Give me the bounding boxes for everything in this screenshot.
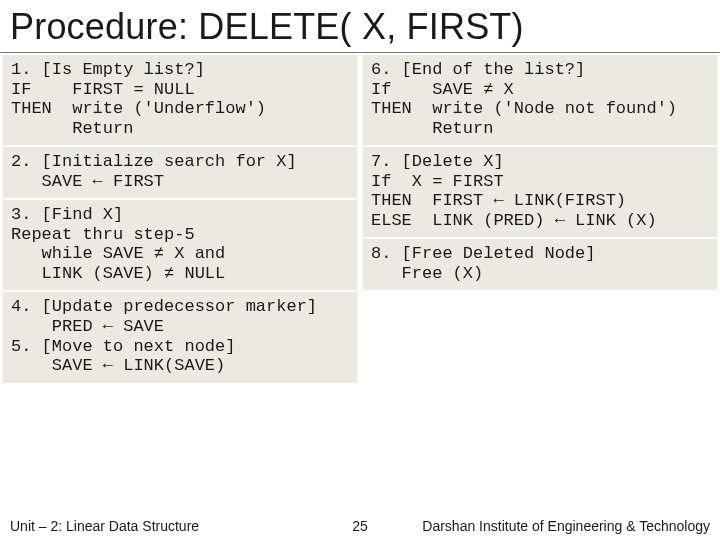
footer: Unit – 2: Linear Data Structure 25 Darsh… [0,518,720,536]
footer-right: Darshan Institute of Engineering & Techn… [422,518,710,534]
right-column: 6. [End of the list?] If SAVE ≠ X THEN w… [360,53,720,385]
footer-left: Unit – 2: Linear Data Structure [10,518,199,534]
step-4-5: 4. [Update predecessor marker] PRED ← SA… [3,292,357,382]
left-column: 1. [Is Empty list?] IF FIRST = NULL THEN… [0,53,360,385]
step-3: 3. [Find X] Repeat thru step-5 while SAV… [3,200,357,290]
step-2: 2. [Initialize search for X] SAVE ← FIRS… [3,147,357,198]
step-7: 7. [Delete X] If X = FIRST THEN FIRST ← … [363,147,717,237]
footer-page-number: 25 [352,518,368,534]
step-6: 6. [End of the list?] If SAVE ≠ X THEN w… [363,55,717,145]
step-8: 8. [Free Deleted Node] Free (X) [363,239,717,290]
step-1: 1. [Is Empty list?] IF FIRST = NULL THEN… [3,55,357,145]
content-columns: 1. [Is Empty list?] IF FIRST = NULL THEN… [0,53,720,385]
slide-title: Procedure: DELETE( X, FIRST) [0,0,720,53]
